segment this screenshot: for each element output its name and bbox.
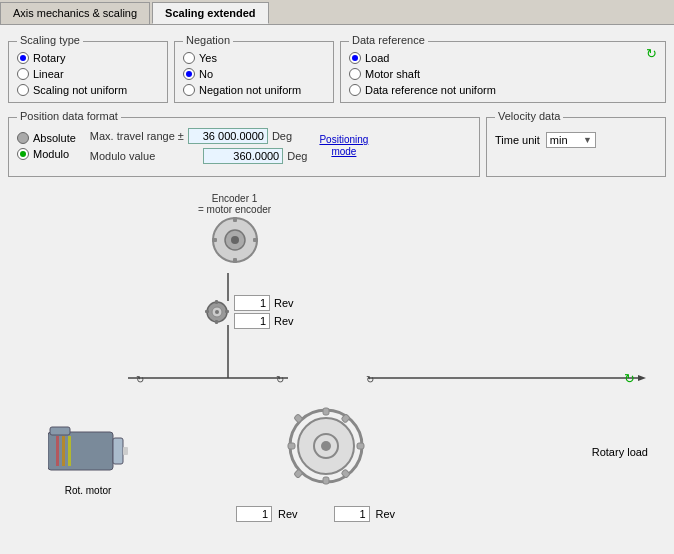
positioning-mode-link[interactable]: Positioning mode <box>319 134 368 158</box>
negation-no-radio[interactable] <box>183 68 195 80</box>
svg-rect-12 <box>233 217 237 222</box>
svg-text:↻: ↻ <box>276 374 284 385</box>
gear-upper-field2: Rev <box>234 313 294 329</box>
svg-rect-29 <box>50 427 70 435</box>
position-format-radios: Absolute Modulo <box>17 132 76 160</box>
svg-rect-13 <box>233 258 237 263</box>
gear-bottom-left-input[interactable] <box>236 506 272 522</box>
gear-field-group-upper: Rev Rev <box>234 295 294 329</box>
svg-rect-22 <box>225 310 229 313</box>
position-fields: Max. travel range ± Deg Modulo value Deg <box>90 128 308 164</box>
svg-rect-28 <box>68 436 71 466</box>
data-ref-not-uniform-option[interactable]: Data reference not uniform <box>349 84 657 96</box>
svg-point-33 <box>321 441 331 451</box>
scaling-type-title: Scaling type <box>17 34 83 46</box>
negation-options: Yes No Negation not uniform <box>183 52 325 96</box>
data-ref-motor-shaft-radio[interactable] <box>349 68 361 80</box>
panel-velocity-data: Velocity data Time unit min ▼ <box>486 117 666 177</box>
svg-text:↻: ↻ <box>624 371 635 386</box>
position-inner: Absolute Modulo Max. travel range ± Deg <box>17 128 471 164</box>
max-travel-input[interactable] <box>188 128 268 144</box>
scaling-not-uniform-option[interactable]: Scaling not uniform <box>17 84 159 96</box>
negation-not-uniform-option[interactable]: Negation not uniform <box>183 84 325 96</box>
top-panels: Scaling type Rotary Linear Scaling not u… <box>8 33 666 103</box>
negation-yes-option[interactable]: Yes <box>183 52 325 64</box>
svg-marker-4 <box>638 375 646 381</box>
svg-rect-15 <box>253 238 258 242</box>
main-container: Axis mechanics & scaling Scaling extende… <box>0 0 674 554</box>
svg-rect-36 <box>288 443 295 449</box>
svg-rect-21 <box>205 310 209 313</box>
svg-rect-24 <box>113 438 123 464</box>
negation-no-option[interactable]: No <box>183 68 325 80</box>
velocity-data-title: Velocity data <box>495 110 563 122</box>
data-ref-load-radio[interactable] <box>349 52 361 64</box>
large-gear-box <box>286 406 366 486</box>
bottom-gear-fields: Rev Rev <box>236 506 395 522</box>
gear-upper-input1[interactable] <box>234 295 270 311</box>
svg-rect-35 <box>323 477 329 484</box>
panel-position-data-format: Position data format Absolute Modulo <box>8 117 480 177</box>
tab-axis-mechanics[interactable]: Axis mechanics & scaling <box>0 2 150 24</box>
svg-rect-25 <box>123 447 128 455</box>
encoder-box: Encoder 1 = motor encoder <box>198 193 271 265</box>
encoder-icon <box>210 215 260 265</box>
modulo-option[interactable]: Modulo <box>17 148 76 160</box>
svg-rect-19 <box>215 300 218 304</box>
absolute-radio[interactable] <box>17 132 29 144</box>
time-unit-select[interactable]: min ▼ <box>546 132 596 148</box>
svg-rect-27 <box>62 436 65 466</box>
motor-box: Rot. motor <box>48 422 128 496</box>
panel-negation: Negation Yes No Negation not uniform <box>174 41 334 103</box>
panel-data-reference: Data reference ↻ Load Motor shaft Data r… <box>340 41 666 103</box>
data-ref-load-option[interactable]: Load <box>349 52 657 64</box>
svg-rect-34 <box>323 408 329 415</box>
svg-rect-14 <box>212 238 217 242</box>
svg-point-11 <box>231 236 239 244</box>
tab-bar: Axis mechanics & scaling Scaling extende… <box>0 0 674 25</box>
gear-upper-field1: Rev <box>234 295 294 311</box>
modulo-value-input[interactable] <box>203 148 283 164</box>
position-data-format-title: Position data format <box>17 110 121 122</box>
absolute-option[interactable]: Absolute <box>17 132 76 144</box>
tab-scaling-extended[interactable]: Scaling extended <box>152 2 268 24</box>
data-ref-motor-shaft-option[interactable]: Motor shaft <box>349 68 657 80</box>
gear-upper-input2[interactable] <box>234 313 270 329</box>
scaling-linear-option[interactable]: Linear <box>17 68 159 80</box>
svg-text:↻: ↻ <box>136 374 144 385</box>
data-reference-options: Load Motor shaft Data reference not unif… <box>349 52 657 96</box>
velocity-inner: Time unit min ▼ <box>495 132 657 148</box>
data-ref-not-uniform-radio[interactable] <box>349 84 361 96</box>
large-gear-icon <box>286 406 366 486</box>
content-area: Scaling type Rotary Linear Scaling not u… <box>0 25 674 554</box>
scaling-rotary-option[interactable]: Rotary <box>17 52 159 64</box>
gear-small-icon <box>204 299 230 325</box>
negation-title: Negation <box>183 34 233 46</box>
negation-yes-radio[interactable] <box>183 52 195 64</box>
svg-text:↻: ↻ <box>366 374 374 385</box>
scaling-not-uniform-radio[interactable] <box>17 84 29 96</box>
diagram-area: ↻ ↻ ↻ ↻ Encoder 1 = motor encoder <box>8 183 666 546</box>
svg-rect-26 <box>56 436 59 466</box>
negation-not-uniform-radio[interactable] <box>183 84 195 96</box>
gear-upper: Rev Rev <box>204 295 294 329</box>
svg-rect-37 <box>357 443 364 449</box>
middle-panels: Position data format Absolute Modulo <box>8 109 666 177</box>
max-travel-row: Max. travel range ± Deg <box>90 128 308 144</box>
panel-scaling-type: Scaling type Rotary Linear Scaling not u… <box>8 41 168 103</box>
motor-icon <box>48 422 128 482</box>
scaling-rotary-radio[interactable] <box>17 52 29 64</box>
modulo-radio[interactable] <box>17 148 29 160</box>
select-arrow-icon: ▼ <box>583 135 592 145</box>
scaling-type-options: Rotary Linear Scaling not uniform <box>17 52 159 96</box>
scaling-linear-radio[interactable] <box>17 68 29 80</box>
modulo-value-row: Modulo value Deg <box>90 148 308 164</box>
gear-bottom-right-input[interactable] <box>334 506 370 522</box>
refresh-icon[interactable]: ↻ <box>646 46 657 61</box>
svg-rect-20 <box>215 320 218 324</box>
rotary-load-label: Rotary load <box>592 446 648 458</box>
data-reference-title: Data reference <box>349 34 428 46</box>
svg-point-18 <box>215 310 219 314</box>
